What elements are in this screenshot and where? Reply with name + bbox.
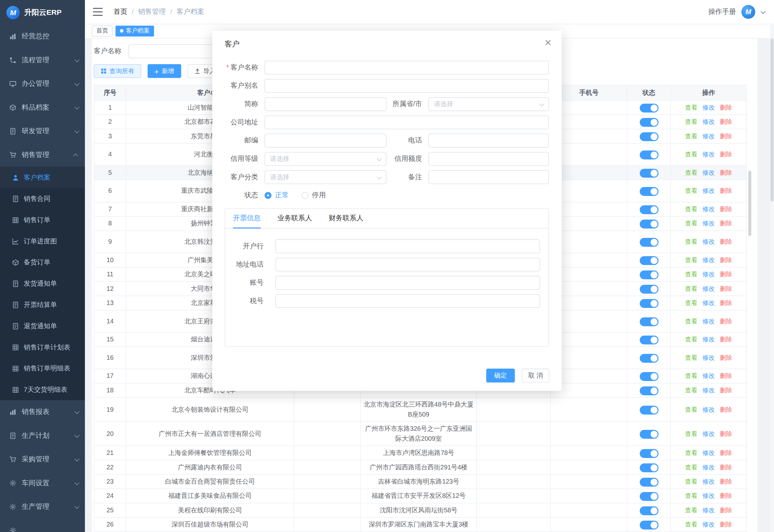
status-toggle[interactable] bbox=[640, 238, 658, 247]
category-select[interactable]: 请选择 bbox=[264, 170, 386, 184]
sidebar-item[interactable]: 办公管理 bbox=[0, 72, 85, 95]
manual-link[interactable]: 操作手册 bbox=[708, 7, 736, 16]
status-toggle[interactable] bbox=[640, 299, 658, 308]
query-all-button[interactable]: 查询所有 bbox=[94, 64, 141, 78]
confirm-button[interactable]: 确定 bbox=[486, 369, 515, 382]
dialog-tab[interactable]: 财务联系人 bbox=[329, 214, 363, 228]
edit-link[interactable]: 修改 bbox=[702, 406, 715, 413]
delete-link[interactable]: 删除 bbox=[720, 104, 732, 111]
customer-name-input[interactable] bbox=[264, 61, 549, 74]
edit-link[interactable]: 修改 bbox=[702, 188, 715, 194]
delete-link[interactable]: 删除 bbox=[720, 387, 732, 394]
delete-link[interactable]: 删除 bbox=[720, 271, 732, 278]
breadcrumb-item[interactable]: 首页 bbox=[114, 7, 127, 16]
view-link[interactable]: 查看 bbox=[685, 118, 697, 125]
view-link[interactable]: 查看 bbox=[685, 300, 697, 306]
delete-link[interactable]: 删除 bbox=[720, 300, 732, 306]
status-toggle[interactable] bbox=[640, 317, 658, 326]
edit-link[interactable]: 修改 bbox=[702, 285, 715, 292]
remark-input[interactable] bbox=[429, 170, 549, 184]
delete-link[interactable]: 删除 bbox=[720, 449, 732, 456]
delete-link[interactable]: 删除 bbox=[720, 238, 732, 245]
invoice-field-input[interactable] bbox=[275, 239, 540, 253]
delete-link[interactable]: 删除 bbox=[720, 507, 732, 514]
edit-link[interactable]: 修改 bbox=[702, 354, 715, 361]
view-link[interactable]: 查看 bbox=[685, 104, 697, 111]
view-link[interactable]: 查看 bbox=[685, 464, 697, 471]
delete-link[interactable]: 删除 bbox=[720, 478, 732, 485]
status-toggle[interactable] bbox=[640, 187, 658, 196]
view-link[interactable]: 查看 bbox=[685, 493, 697, 499]
edit-link[interactable]: 修改 bbox=[702, 151, 715, 158]
edit-link[interactable]: 修改 bbox=[702, 493, 715, 499]
sidebar-subitem[interactable]: 备货订单 bbox=[0, 252, 85, 273]
view-link[interactable]: 查看 bbox=[685, 238, 697, 245]
customer-alias-input[interactable] bbox=[264, 79, 549, 93]
status-toggle[interactable] bbox=[640, 405, 658, 414]
edit-link[interactable]: 修改 bbox=[702, 104, 715, 111]
sidebar-subitem[interactable]: 7天交货明细表 bbox=[0, 379, 85, 400]
status-toggle[interactable] bbox=[640, 478, 658, 487]
sidebar-subitem[interactable]: 销售订单明细表 bbox=[0, 358, 85, 379]
delete-link[interactable]: 删除 bbox=[720, 493, 732, 499]
status-toggle[interactable] bbox=[640, 103, 658, 113]
view-link[interactable]: 查看 bbox=[685, 478, 697, 485]
status-toggle[interactable] bbox=[640, 372, 658, 381]
delete-link[interactable]: 删除 bbox=[720, 151, 732, 158]
short-name-input[interactable] bbox=[264, 97, 386, 111]
edit-link[interactable]: 修改 bbox=[702, 318, 715, 325]
cancel-button[interactable]: 取 消 bbox=[522, 369, 550, 382]
sidebar-item[interactable]: 研发管理 bbox=[0, 119, 85, 143]
edit-link[interactable]: 修改 bbox=[702, 169, 715, 176]
status-toggle[interactable] bbox=[640, 150, 658, 159]
delete-link[interactable]: 删除 bbox=[720, 406, 732, 413]
sidebar-subitem[interactable]: 开票结算单 bbox=[0, 294, 85, 315]
sidebar-item[interactable]: 流程管理 bbox=[0, 48, 85, 72]
edit-link[interactable]: 修改 bbox=[702, 271, 715, 278]
edit-link[interactable]: 修改 bbox=[702, 133, 715, 140]
status-radio[interactable]: 正常 bbox=[264, 191, 289, 200]
status-toggle[interactable] bbox=[640, 506, 658, 515]
view-link[interactable]: 查看 bbox=[685, 373, 697, 379]
view-link[interactable]: 查看 bbox=[685, 271, 697, 278]
view-tag[interactable]: 客户档案 bbox=[115, 25, 154, 36]
status-toggle[interactable] bbox=[640, 386, 658, 395]
sidebar-subitem[interactable]: 销售合同 bbox=[0, 188, 85, 209]
delete-link[interactable]: 删除 bbox=[720, 118, 732, 125]
sidebar-subitem[interactable]: 客户档案 bbox=[0, 167, 85, 188]
sidebar-item[interactable]: 生产管理 bbox=[0, 495, 85, 518]
view-link[interactable]: 查看 bbox=[685, 257, 697, 263]
status-toggle[interactable] bbox=[640, 118, 658, 127]
sidebar-item[interactable] bbox=[0, 519, 85, 532]
sidebar-item[interactable]: 销售报表 bbox=[0, 400, 85, 424]
view-link[interactable]: 查看 bbox=[685, 336, 697, 343]
invoice-field-input[interactable] bbox=[275, 276, 540, 290]
status-toggle[interactable] bbox=[640, 169, 658, 178]
sidebar-item[interactable]: 采购管理 bbox=[0, 448, 85, 471]
view-link[interactable]: 查看 bbox=[685, 169, 697, 176]
delete-link[interactable]: 删除 bbox=[720, 521, 732, 528]
breadcrumb-item[interactable]: 销售管理 bbox=[138, 7, 166, 16]
edit-link[interactable]: 修改 bbox=[702, 521, 715, 528]
view-link[interactable]: 查看 bbox=[685, 133, 697, 140]
status-radio[interactable]: 停用 bbox=[302, 191, 326, 200]
status-toggle[interactable] bbox=[640, 520, 658, 529]
view-link[interactable]: 查看 bbox=[685, 387, 697, 394]
edit-link[interactable]: 修改 bbox=[702, 238, 715, 245]
add-button[interactable]: + 新增 bbox=[148, 64, 181, 78]
delete-link[interactable]: 删除 bbox=[720, 220, 732, 227]
status-toggle[interactable] bbox=[640, 205, 658, 214]
dialog-tab[interactable]: 开票信息 bbox=[233, 214, 261, 228]
province-select[interactable]: 请选择 bbox=[429, 97, 549, 111]
view-link[interactable]: 查看 bbox=[685, 188, 697, 194]
sidebar-subitem[interactable]: 发货通知单 bbox=[0, 273, 85, 294]
edit-link[interactable]: 修改 bbox=[702, 430, 715, 437]
status-toggle[interactable] bbox=[640, 449, 658, 458]
dialog-tab[interactable]: 业务联系人 bbox=[277, 214, 312, 228]
delete-link[interactable]: 删除 bbox=[720, 354, 732, 361]
view-tag[interactable]: 首页 bbox=[92, 25, 113, 36]
status-toggle[interactable] bbox=[640, 132, 658, 141]
invoice-field-input[interactable] bbox=[275, 294, 540, 308]
page-scrollbar[interactable] bbox=[770, 24, 774, 532]
delete-link[interactable]: 删除 bbox=[720, 257, 732, 263]
